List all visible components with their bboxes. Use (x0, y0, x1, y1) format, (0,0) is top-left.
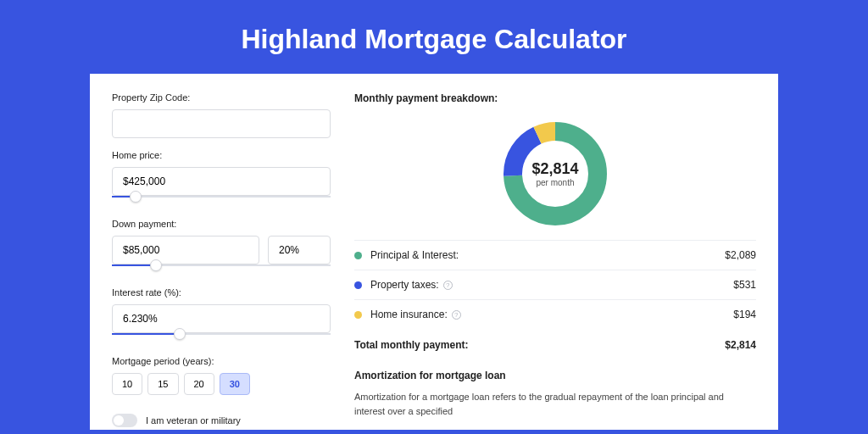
period-btn-30[interactable]: 30 (220, 373, 250, 395)
amortization-text: Amortization for a mortgage loan refers … (354, 390, 756, 418)
period-btn-15[interactable]: 15 (147, 373, 178, 395)
bullet-icon (354, 311, 362, 319)
legend-label: Principal & Interest: (370, 249, 725, 261)
down-payment-slider[interactable] (112, 264, 331, 275)
legend-label: Property taxes: ? (370, 279, 733, 291)
legend-label: Home insurance: ? (370, 309, 733, 320)
interest-slider[interactable] (112, 332, 331, 344)
legend-amount: $531 (733, 279, 756, 291)
amortization-header: Amortization for mortgage loan (354, 370, 756, 390)
legend-amount: $194 (733, 309, 756, 320)
legend-row-taxes: Property taxes: ? $531 (354, 270, 756, 299)
home-price-label: Home price: (112, 150, 331, 160)
total-row: Total monthly payment: $2,814 (354, 329, 756, 361)
home-price-slider[interactable] (112, 195, 331, 207)
info-icon[interactable]: ? (443, 281, 453, 290)
page-title: Highland Mortgage Calculator (0, 0, 868, 74)
period-label: Mortgage period (years): (112, 356, 331, 366)
donut-chart-wrap: $2,814 per month (354, 113, 756, 240)
period-btn-10[interactable]: 10 (112, 373, 142, 395)
legend-amount: $2,089 (725, 249, 756, 261)
zip-input[interactable] (112, 109, 331, 138)
total-label: Total monthly payment: (354, 339, 468, 351)
down-payment-pct-input[interactable] (268, 236, 331, 264)
info-icon[interactable]: ? (452, 310, 461, 320)
period-btn-20[interactable]: 20 (184, 373, 214, 395)
donut-sub: per month (536, 178, 574, 187)
down-payment-input[interactable] (112, 236, 259, 264)
interest-label: Interest rate (%): (112, 287, 331, 298)
interest-input[interactable] (112, 304, 331, 333)
down-payment-label: Down payment: (112, 219, 331, 229)
donut-chart: $2,814 per month (499, 118, 611, 230)
breakdown-header: Monthly payment breakdown: (354, 92, 756, 113)
legend-row-principal: Principal & Interest: $2,089 (354, 240, 756, 270)
total-amount: $2,814 (725, 339, 756, 351)
breakdown-column: Monthly payment breakdown: $2,814 per mo… (354, 92, 756, 430)
donut-amount: $2,814 (531, 160, 578, 178)
legend-row-insurance: Home insurance: ? $194 (354, 299, 756, 329)
period-options: 10 15 20 30 (112, 373, 331, 395)
bullet-icon (354, 252, 362, 259)
zip-label: Property Zip Code: (112, 92, 331, 103)
bullet-icon (354, 281, 362, 289)
veteran-toggle[interactable] (112, 414, 137, 427)
home-price-input[interactable] (112, 167, 331, 196)
calculator-card: Property Zip Code: Home price: Down paym… (90, 74, 778, 430)
veteran-row: I am veteran or military (112, 414, 331, 427)
veteran-label: I am veteran or military (146, 415, 241, 426)
form-column: Property Zip Code: Home price: Down paym… (112, 92, 331, 430)
